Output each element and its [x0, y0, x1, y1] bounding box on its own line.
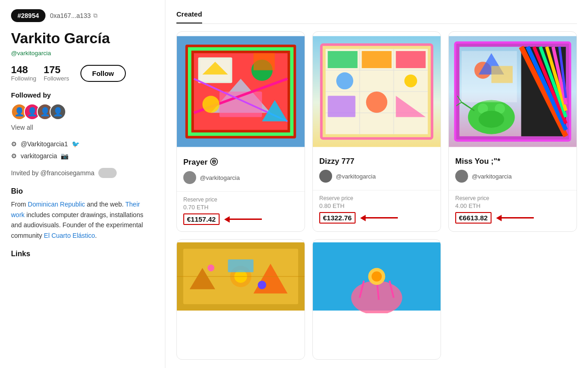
svg-point-62	[258, 281, 266, 289]
stats-row: 148 Following 175 Followers Follow	[11, 65, 154, 82]
profile-name: Varkito García	[11, 29, 154, 47]
annotation-row-1: €1157.42	[183, 213, 298, 225]
author-avatar-1	[183, 171, 196, 184]
reserve-label-2: Reserve price	[319, 195, 434, 201]
svg-point-61	[208, 264, 215, 271]
reserve-label-3: Reserve price	[455, 195, 570, 201]
instagram-icon: 📷	[61, 152, 68, 160]
sidebar: #28954 0xa167...a133 ⧉ Varkito García @v…	[0, 0, 165, 368]
price-eth-3: 4.00 ETH	[455, 202, 570, 209]
nft-card-1[interactable]: Prayer ⓔ @varkitogarcia Reserve price 0.…	[176, 31, 305, 232]
svg-point-28	[404, 75, 417, 87]
settings-icon-2: ⚙	[11, 152, 17, 160]
nft-card-5[interactable]	[312, 239, 441, 360]
nft-artwork-4	[177, 240, 305, 359]
social-item-instagram[interactable]: ⚙ varkitogarcia 📷	[11, 152, 154, 160]
view-all-link[interactable]: View all	[11, 124, 154, 131]
nft-card-4[interactable]	[176, 239, 305, 360]
svg-point-71	[372, 271, 382, 282]
author-name-3: @varkitogarcia	[472, 173, 512, 180]
line-body-1	[230, 218, 262, 220]
line-body-2	[366, 217, 398, 218]
nft-title-3: Miss You ;"*	[455, 157, 570, 166]
follower-avatars: 👤 👤 👤 👤	[11, 104, 154, 120]
followed-by-label: Followed by	[11, 91, 154, 99]
arrowhead-2	[360, 215, 366, 221]
links-section: Links	[11, 250, 154, 258]
following-stat: 148 Following	[11, 65, 36, 82]
svg-point-26	[336, 72, 353, 89]
wallet-text: 0xa167...a133	[50, 12, 91, 19]
svg-rect-53	[492, 66, 513, 83]
social-links: ⚙ @Varkitogarcia1 🐦 ⚙ varkitogarcia 📷	[11, 140, 154, 160]
annotation-row-2: €1322.76	[319, 212, 434, 224]
nft-price-3: Reserve price 4.00 ETH €6613.82	[449, 190, 577, 230]
red-arrow-3	[496, 215, 534, 221]
copy-icon[interactable]: ⧉	[93, 12, 97, 19]
author-name-1: @varkitogarcia	[200, 174, 240, 181]
following-label: Following	[11, 75, 36, 82]
wallet-address: 0xa167...a133 ⧉	[50, 12, 98, 19]
red-arrow-2	[360, 215, 398, 221]
nft-info-3: Miss You ;"* @varkitogarcia	[449, 151, 577, 190]
nft-author-1[interactable]: @varkitogarcia	[183, 171, 298, 184]
nft-price-1: Reserve price 0.70 ETH €1157.42	[177, 191, 305, 231]
tab-created[interactable]: Created	[176, 6, 202, 23]
nft-title-2: Dizzy 777	[319, 157, 434, 166]
badge-row: #28954 0xa167...a133 ⧉	[11, 9, 154, 22]
tabs-bar: Created	[176, 0, 577, 24]
invited-row: Invited by @francoisegamma	[11, 168, 154, 178]
invited-text: Invited by @francoisegamma	[11, 169, 95, 177]
svg-rect-24	[362, 51, 392, 68]
nft-info-2: Dizzy 777 @varkitogarcia	[313, 151, 441, 190]
instagram-handle: varkitogarcia	[21, 152, 57, 160]
nft-artwork-1	[177, 32, 305, 151]
nft-info-1: Prayer ⓔ @varkitogarcia	[177, 151, 305, 191]
reserve-label-1: Reserve price	[183, 196, 298, 203]
bio-section: Bio From Dominican Republic and the web.…	[11, 187, 154, 241]
nft-artwork-2	[313, 32, 441, 151]
followed-by-section: Followed by 👤 👤 👤 👤 View all	[11, 91, 154, 131]
social-item-twitter[interactable]: ⚙ @Varkitogarcia1 🐦	[11, 140, 154, 148]
author-avatar-3	[455, 170, 468, 183]
price-eur-3: €6613.82	[455, 212, 492, 224]
username-link[interactable]: @varkitogarcia	[11, 50, 154, 57]
bio-link-dominican[interactable]: Dominican Republic	[28, 201, 85, 208]
svg-rect-23	[328, 51, 357, 68]
svg-rect-25	[396, 51, 426, 68]
bio-title: Bio	[11, 187, 154, 196]
follow-button[interactable]: Follow	[80, 65, 126, 82]
nft-artwork-5	[313, 240, 441, 359]
svg-rect-29	[328, 96, 355, 117]
svg-point-27	[366, 92, 387, 113]
svg-rect-12	[254, 53, 275, 70]
following-count: 148	[11, 65, 28, 75]
nft-author-2[interactable]: @varkitogarcia	[319, 170, 434, 183]
nft-price-2: Reserve price 0.80 ETH €1322.76	[313, 190, 441, 230]
settings-icon-1: ⚙	[11, 140, 17, 148]
arrowhead-3	[496, 215, 502, 221]
svg-point-11	[203, 96, 220, 113]
twitter-handle: @Varkitogarcia1	[21, 140, 68, 148]
followers-label: Followers	[44, 75, 69, 82]
nft-artwork-3	[449, 32, 577, 151]
nft-grid-row2	[176, 239, 577, 360]
nft-card-3[interactable]: Miss You ;"* @varkitogarcia Reserve pric…	[448, 31, 577, 232]
red-arrow-1	[224, 216, 262, 223]
svg-point-46	[479, 111, 504, 128]
followers-stat: 175 Followers	[44, 65, 69, 82]
twitter-icon: 🐦	[72, 140, 79, 148]
line-body-3	[502, 217, 534, 218]
price-eth-2: 0.80 ETH	[319, 202, 434, 209]
price-eur-1: €1157.42	[183, 213, 220, 225]
svg-rect-63	[228, 259, 254, 272]
nft-author-3[interactable]: @varkitogarcia	[455, 170, 570, 183]
nft-card-2[interactable]: Dizzy 777 @varkitogarcia Reserve price 0…	[312, 31, 441, 232]
follower-avatar-4[interactable]: 👤	[50, 104, 66, 120]
price-eth-1: 0.70 ETH	[183, 204, 298, 211]
author-name-2: @varkitogarcia	[336, 173, 376, 180]
nft-title-1: Prayer ⓔ	[183, 157, 298, 167]
bio-text: From Dominican Republic and the web. The…	[11, 199, 154, 241]
bio-link-cuarto[interactable]: El Cuarto Elástico	[44, 232, 95, 239]
profile-badge: #28954	[11, 9, 45, 22]
